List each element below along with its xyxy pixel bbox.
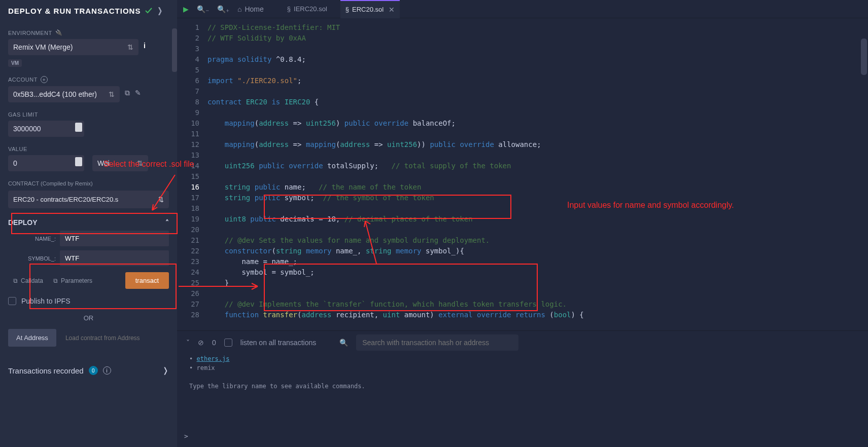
line-number: 21 <box>177 235 199 246</box>
code-content[interactable]: // SPDX-License-Identifier: MIT// WTF So… <box>207 18 868 330</box>
tx-count-badge: 0 <box>89 366 98 375</box>
vm-badge: VM <box>8 59 22 67</box>
code-line[interactable]: mapping(address => uint256) public overr… <box>207 118 868 129</box>
account-label: ACCOUNT + <box>8 76 169 83</box>
transact-button[interactable]: transact <box>125 272 169 289</box>
environment-value: Remix VM (Merge) <box>13 43 73 51</box>
account-select[interactable]: 0x5B3...eddC4 (100 ether) ⇅ <box>8 86 120 102</box>
chevron-down-icon: ⇅ <box>158 196 164 203</box>
code-line[interactable]: import "./IERC20.sol"; <box>207 76 868 86</box>
environment-select[interactable]: Remix VM (Merge) ⇅ <box>8 39 138 55</box>
code-line[interactable]: function transfer(address recipient, uin… <box>207 310 868 320</box>
checkbox-icon[interactable] <box>8 297 16 305</box>
code-line[interactable]: constructor(string memory name_, string … <box>207 246 868 256</box>
editor-topbar: ▶ 🔍₋ 🔍₊ ⌂ Home § IERC20.sol § ERC20.sol … <box>177 0 868 18</box>
arg-input-symbol[interactable] <box>60 250 169 266</box>
edit-icon[interactable]: ✎ <box>135 89 141 97</box>
zoom-in-icon[interactable]: 🔍₊ <box>217 5 229 13</box>
code-line[interactable] <box>207 288 868 299</box>
search-icon[interactable]: 🔍 <box>339 339 348 347</box>
panel-title-text: DEPLOY & RUN TRANSACTIONS <box>8 7 141 15</box>
code-line[interactable]: contract ERC20 is IERC20 { <box>207 97 868 107</box>
code-line[interactable] <box>207 129 868 139</box>
chevron-right-icon[interactable]: ❭ <box>162 366 169 375</box>
block-icon[interactable]: ⊘ <box>198 339 204 347</box>
arg-label-name: NAME_: <box>24 236 56 242</box>
zoom-out-icon[interactable]: 🔍₋ <box>197 5 209 13</box>
code-line[interactable]: } <box>207 278 868 288</box>
terminal-panel: ˅ ⊘ 0 listen on all transactions 🔍 • eth… <box>177 330 868 447</box>
code-line[interactable] <box>207 203 868 214</box>
code-line[interactable]: name = name_; <box>207 256 868 267</box>
line-number: 18 <box>177 203 199 214</box>
gas-input[interactable] <box>8 121 84 137</box>
terminal-toolbar: ˅ ⊘ 0 listen on all transactions 🔍 <box>177 331 868 354</box>
tab-erc20[interactable]: § ERC20.sol ✕ <box>340 0 400 18</box>
gas-label: GAS LIMIT <box>8 111 169 118</box>
transactions-recorded[interactable]: Transactions recorded 0 i ❭ <box>8 366 169 375</box>
lib-ethers[interactable]: ethers.js <box>196 355 229 362</box>
code-line[interactable]: uint8 public decimals = 18; // decimal p… <box>207 214 868 225</box>
play-icon[interactable]: ▶ <box>183 5 189 13</box>
line-number: 8 <box>177 97 199 107</box>
code-line[interactable] <box>207 107 868 118</box>
code-line[interactable]: // @dev Implements the `transfer` functi… <box>207 299 868 310</box>
main-area: ▶ 🔍₋ 🔍₊ ⌂ Home § IERC20.sol § ERC20.sol … <box>177 0 868 447</box>
spinner-icon[interactable] <box>75 123 82 132</box>
line-number: 25 <box>177 278 199 288</box>
scrollbar-thumb[interactable] <box>172 28 177 72</box>
code-line[interactable] <box>207 150 868 161</box>
code-line[interactable]: // WTF Solidity by 0xAA <box>207 33 868 44</box>
line-number: 28 <box>177 310 199 320</box>
info-icon[interactable]: i <box>103 366 111 375</box>
line-number: 9 <box>177 107 199 118</box>
at-address-button[interactable]: At Address <box>8 329 56 347</box>
chevron-down-icon: ⇅ <box>109 90 115 98</box>
code-line[interactable] <box>207 86 868 97</box>
chevron-right-icon[interactable]: ❭ <box>157 6 164 15</box>
terminal-search-input[interactable] <box>356 334 518 351</box>
code-line[interactable]: mapping(address => mapping(address => ui… <box>207 139 868 150</box>
code-line[interactable] <box>207 171 868 182</box>
code-line[interactable]: // SPDX-License-Identifier: MIT <box>207 22 868 33</box>
chevron-down-icon: ⇅ <box>127 43 133 51</box>
deploy-header[interactable]: DEPLOY ˄ <box>8 218 169 227</box>
spinner-icon[interactable] <box>75 157 82 166</box>
value-input[interactable] <box>8 155 84 171</box>
line-number: 17 <box>177 193 199 203</box>
terminal-prompt[interactable]: > <box>184 432 188 440</box>
publish-to-ipfs[interactable]: Publish to IPFS <box>8 297 169 305</box>
contract-value: ERC20 - contracts/ERC20/ERC20.s <box>13 196 118 203</box>
contract-select[interactable]: ERC20 - contracts/ERC20/ERC20.s ⇅ <box>8 191 169 208</box>
lib-remix: remix <box>196 364 215 371</box>
copy-icon[interactable]: ⧉ <box>125 89 130 97</box>
code-line[interactable] <box>207 44 868 54</box>
code-line[interactable] <box>207 225 868 235</box>
line-number: 2 <box>177 33 199 44</box>
code-editor[interactable]: 1234567891011121314151617181920212223242… <box>177 18 868 330</box>
code-line[interactable]: string public name; // the name of the t… <box>207 182 868 193</box>
parameters-button[interactable]: ⧉ Parameters <box>48 273 97 288</box>
info-icon[interactable]: i <box>144 42 146 50</box>
at-address-input[interactable] <box>60 329 169 347</box>
code-line[interactable]: symbol = symbol_; <box>207 267 868 278</box>
home-button[interactable]: ⌂ Home <box>237 5 264 13</box>
arg-input-name[interactable] <box>60 231 169 246</box>
tab-ierc20[interactable]: § IERC20.sol <box>282 0 332 18</box>
line-number: 15 <box>177 171 199 182</box>
close-icon[interactable]: ✕ <box>389 6 395 14</box>
line-number: 26 <box>177 288 199 299</box>
code-line[interactable]: // @dev Sets the values for name and sym… <box>207 235 868 246</box>
listen-checkbox[interactable] <box>224 339 232 347</box>
plus-icon[interactable]: + <box>41 76 48 83</box>
code-line[interactable]: uint256 public override totalSupply; // … <box>207 161 868 171</box>
scrollbar-thumb[interactable] <box>861 39 867 75</box>
account-value: 0x5B3...eddC4 (100 ether) <box>13 90 97 98</box>
calldata-button[interactable]: ⧉ Calldata <box>8 273 48 288</box>
code-line[interactable]: pragma solidity ^0.8.4; <box>207 54 868 65</box>
contract-label: CONTRACT (Compiled by Remix) <box>8 180 169 187</box>
code-line[interactable]: string public symbol; // the symbol of t… <box>207 193 868 203</box>
panel-title: DEPLOY & RUN TRANSACTIONS ❭ <box>8 6 169 15</box>
chevron-down-icon[interactable]: ˅ <box>186 339 190 347</box>
code-line[interactable] <box>207 65 868 76</box>
